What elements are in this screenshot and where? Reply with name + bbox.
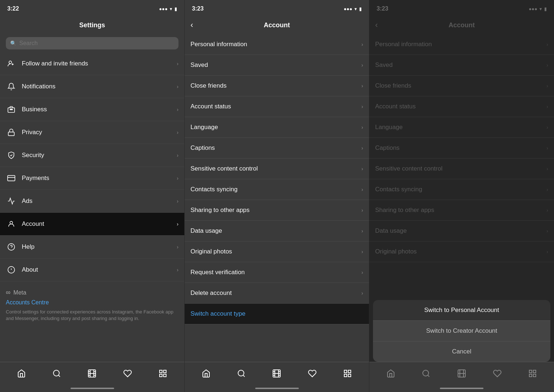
profile-icon-3 bbox=[528, 369, 537, 378]
account-item-captions[interactable]: Captions › bbox=[185, 138, 369, 159]
cancel-button[interactable]: Cancel bbox=[373, 341, 550, 362]
svg-rect-4 bbox=[8, 176, 15, 181]
reels-icon-1 bbox=[88, 369, 96, 378]
status-icons-2: ●●● ▾ ▮ bbox=[344, 6, 362, 12]
notifications-icon bbox=[6, 81, 17, 92]
tab-home-3[interactable] bbox=[384, 366, 398, 381]
account-item-language[interactable]: Language › bbox=[185, 117, 369, 138]
status-time-2: 3:23 bbox=[192, 5, 204, 12]
tab-home-1[interactable] bbox=[14, 366, 29, 381]
request-verification-label: Request verification bbox=[190, 269, 361, 276]
settings-item-ads[interactable]: Ads › bbox=[0, 190, 184, 213]
svg-rect-49 bbox=[529, 374, 532, 377]
svg-rect-47 bbox=[533, 370, 536, 373]
account-item-original-photos[interactable]: Original photos › bbox=[185, 241, 369, 262]
close-friends-label: Close friends bbox=[190, 82, 361, 89]
original-photos-chevron: › bbox=[361, 249, 363, 255]
svg-rect-24 bbox=[164, 374, 166, 377]
account-item-personal-info[interactable]: Personal information › bbox=[185, 34, 369, 55]
dim-sensitive-label: Sensitive content control bbox=[375, 165, 546, 172]
back-button-3[interactable]: ‹ bbox=[375, 20, 378, 30]
dim-sensitive: Sensitive content control › bbox=[369, 159, 554, 179]
help-icon bbox=[6, 241, 17, 252]
search-tab-icon-3 bbox=[422, 369, 430, 378]
notifications-chevron: › bbox=[177, 84, 178, 89]
reels-icon-3 bbox=[457, 369, 466, 378]
settings-item-about[interactable]: About › bbox=[0, 259, 184, 281]
payments-chevron: › bbox=[177, 175, 178, 181]
settings-item-help[interactable]: Help › bbox=[0, 236, 184, 259]
tab-profile-2[interactable] bbox=[340, 366, 355, 381]
meta-description: Control settings for connected experienc… bbox=[6, 309, 178, 322]
dim-original-photos-label: Original photos bbox=[375, 248, 546, 255]
dim-contacts-label: Contacts syncing bbox=[375, 186, 546, 193]
tab-heart-2[interactable] bbox=[305, 366, 320, 381]
dim-personal-info-chevron: › bbox=[546, 41, 548, 47]
dim-close-friends-label: Close friends bbox=[375, 82, 546, 89]
account-item-account-status[interactable]: Account status › bbox=[185, 96, 369, 117]
search-input[interactable] bbox=[19, 40, 174, 47]
search-bar[interactable]: 🔍 bbox=[6, 37, 178, 49]
notifications-label: Notifications bbox=[22, 83, 177, 90]
account-item-contacts[interactable]: Contacts syncing › bbox=[185, 179, 369, 200]
dim-contacts: Contacts syncing › bbox=[369, 179, 554, 200]
account-item-saved[interactable]: Saved › bbox=[185, 55, 369, 76]
reels-icon-2 bbox=[272, 369, 281, 378]
battery-icon-1: ▮ bbox=[174, 6, 177, 12]
security-chevron: › bbox=[177, 152, 178, 158]
settings-item-notifications[interactable]: Notifications › bbox=[0, 75, 184, 98]
tab-profile-3[interactable] bbox=[525, 366, 540, 381]
about-label: About bbox=[22, 266, 177, 273]
tab-search-3[interactable] bbox=[419, 366, 433, 381]
payments-label: Payments bbox=[22, 175, 177, 182]
tab-reels-3[interactable] bbox=[454, 366, 469, 381]
svg-rect-22 bbox=[160, 370, 162, 373]
tab-heart-3[interactable] bbox=[490, 366, 505, 381]
account-item-sharing[interactable]: Sharing to other apps › bbox=[185, 200, 369, 221]
switch-type-label: Switch account type bbox=[190, 310, 363, 317]
dim-contacts-chevron: › bbox=[546, 187, 548, 192]
status-bar-1: 3:22 ●●● ▾ ▮ bbox=[0, 0, 184, 16]
tab-reels-1[interactable] bbox=[85, 366, 99, 381]
privacy-chevron: › bbox=[177, 129, 178, 135]
meta-logo: ∞ Meta bbox=[6, 289, 178, 296]
settings-item-business[interactable]: Business › bbox=[0, 98, 184, 121]
account-item-switch-type[interactable]: Switch account type bbox=[185, 304, 369, 324]
tab-search-2[interactable] bbox=[234, 366, 249, 381]
sharing-chevron: › bbox=[361, 207, 363, 213]
delete-account-chevron: › bbox=[361, 290, 363, 296]
home-indicator-1 bbox=[71, 388, 114, 389]
account-item-sensitive[interactable]: Sensitive content control › bbox=[185, 159, 369, 179]
account-item-request-verification[interactable]: Request verification › bbox=[185, 262, 369, 283]
settings-item-follow[interactable]: Follow and invite friends › bbox=[0, 52, 184, 75]
svg-rect-2 bbox=[10, 109, 12, 110]
saved-label: Saved bbox=[190, 61, 361, 69]
back-button-2[interactable]: ‹ bbox=[190, 20, 193, 30]
phone-settings: 3:22 ●●● ▾ ▮ Settings 🔍 Follow and invit… bbox=[0, 0, 185, 392]
account-item-close-friends[interactable]: Close friends › bbox=[185, 76, 369, 96]
svg-rect-48 bbox=[533, 374, 536, 377]
tab-profile-1[interactable] bbox=[156, 366, 170, 381]
privacy-icon bbox=[6, 127, 17, 138]
signal-icon-2: ●●● bbox=[344, 6, 352, 12]
tab-home-2[interactable] bbox=[199, 366, 213, 381]
switch-to-creator-button[interactable]: Switch to Creator Account bbox=[373, 321, 550, 341]
accounts-centre-link[interactable]: Accounts Centre bbox=[6, 299, 178, 306]
settings-item-payments[interactable]: Payments › bbox=[0, 167, 184, 190]
phone-account-sheet: 3:23 ●●● ▾ ▮ ‹ Account Personal informat… bbox=[369, 0, 554, 392]
tab-reels-2[interactable] bbox=[269, 366, 284, 381]
switch-to-personal-button[interactable]: Switch to Personal Account bbox=[373, 300, 550, 321]
account-item-data-usage[interactable]: Data usage › bbox=[185, 221, 369, 241]
svg-point-40 bbox=[423, 370, 429, 376]
status-bar-2: 3:23 ●●● ▾ ▮ bbox=[185, 0, 369, 16]
follow-label: Follow and invite friends bbox=[22, 60, 177, 67]
account-item-delete-account[interactable]: Delete account › bbox=[185, 283, 369, 304]
home-icon-3 bbox=[386, 369, 395, 378]
business-icon bbox=[6, 104, 17, 115]
tab-heart-1[interactable] bbox=[120, 366, 135, 381]
settings-item-security[interactable]: Security › bbox=[0, 144, 184, 167]
settings-item-account[interactable]: Account › bbox=[0, 213, 184, 236]
settings-item-privacy[interactable]: Privacy › bbox=[0, 121, 184, 144]
tab-search-1[interactable] bbox=[49, 366, 64, 381]
svg-point-6 bbox=[10, 221, 12, 224]
